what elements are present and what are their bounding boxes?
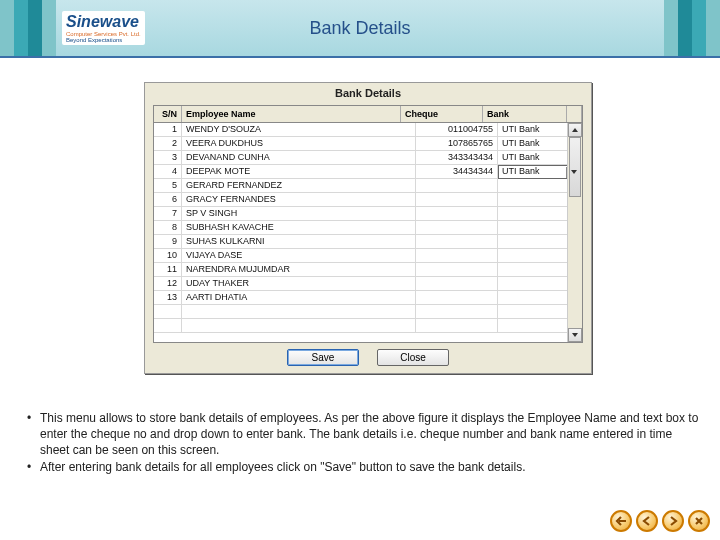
cell-employee-name: DEEPAK MOTE xyxy=(182,165,416,178)
col-header-bank[interactable]: Bank xyxy=(483,106,567,122)
employee-grid: S/N Employee Name Cheque Bank 1WENDY D'S… xyxy=(153,105,583,343)
chevron-down-icon xyxy=(572,333,578,337)
cheque-input[interactable] xyxy=(416,277,498,290)
bullet-icon: • xyxy=(18,410,40,459)
logo-brand: Sinewave xyxy=(66,13,141,31)
note-line-1: This menu allows to store bank details o… xyxy=(40,410,700,459)
cell-sn: 5 xyxy=(154,179,182,192)
chevron-up-icon xyxy=(572,128,578,132)
cell-employee-name: SUHAS KULKARNI xyxy=(182,235,416,248)
cell-sn: 2 xyxy=(154,137,182,150)
header-bar: Sinewave Computer Services Pvt. Ltd. Bey… xyxy=(0,0,720,58)
nav-next-button[interactable] xyxy=(662,510,684,532)
nav-prev-button[interactable] xyxy=(636,510,658,532)
save-button[interactable]: Save xyxy=(287,349,359,366)
table-row[interactable]: 2VEERA DUKDHUS107865765UTI Bank xyxy=(154,137,582,151)
scroll-thumb[interactable] xyxy=(569,137,581,197)
grid-header: S/N Employee Name Cheque Bank xyxy=(154,106,582,123)
grid-body: 1WENDY D'SOUZA011004755UTI Bank2VEERA DU… xyxy=(154,123,582,342)
col-header-name[interactable]: Employee Name xyxy=(182,106,401,122)
slide-nav xyxy=(610,510,710,532)
bank-details-dialog: Bank Details S/N Employee Name Cheque Ba… xyxy=(144,82,592,374)
cell-sn: 10 xyxy=(154,249,182,262)
table-row[interactable]: 1WENDY D'SOUZA011004755UTI Bank xyxy=(154,123,582,137)
cheque-input[interactable]: 107865765 xyxy=(416,137,498,150)
cell-employee-name: SUBHASH KAVACHE xyxy=(182,221,416,234)
table-row[interactable]: 10VIJAYA DASE xyxy=(154,249,582,263)
table-row[interactable]: 7SP V SINGH xyxy=(154,207,582,221)
dialog-title: Bank Details xyxy=(145,83,591,103)
cell-sn: 7 xyxy=(154,207,182,220)
header-stripes-left xyxy=(0,0,56,56)
cell-sn: 3 xyxy=(154,151,182,164)
table-row[interactable]: 5GERARD FERNANDEZ xyxy=(154,179,582,193)
table-row[interactable]: 9SUHAS KULKARNI xyxy=(154,235,582,249)
chevron-down-icon xyxy=(571,170,577,174)
cell-employee-name: UDAY THAKER xyxy=(182,277,416,290)
cell-employee-name: AARTI DHATIA xyxy=(182,291,416,304)
cell-sn: 4 xyxy=(154,165,182,178)
cell-employee-name: GRACY FERNANDES xyxy=(182,193,416,206)
scroll-track[interactable] xyxy=(568,137,582,328)
cell-employee-name: WENDY D'SOUZA xyxy=(182,123,416,136)
cell-sn: 8 xyxy=(154,221,182,234)
cheque-input[interactable] xyxy=(416,291,498,304)
cell-sn: 11 xyxy=(154,263,182,276)
vertical-scrollbar[interactable] xyxy=(567,123,582,342)
cheque-input[interactable]: 011004755 xyxy=(416,123,498,136)
cell-sn: 12 xyxy=(154,277,182,290)
cell-sn: 9 xyxy=(154,235,182,248)
cheque-input[interactable] xyxy=(416,193,498,206)
bullet-icon: • xyxy=(18,459,40,475)
table-row[interactable]: 3DEVANAND CUNHA343343434UTI Bank xyxy=(154,151,582,165)
cheque-input[interactable] xyxy=(416,263,498,276)
col-header-sn[interactable]: S/N xyxy=(154,106,182,122)
cheque-input[interactable]: 34434344 xyxy=(416,165,498,178)
table-row xyxy=(154,319,582,333)
nav-first-button[interactable] xyxy=(610,510,632,532)
table-row xyxy=(154,305,582,319)
cell-sn: 13 xyxy=(154,291,182,304)
table-row[interactable]: 13AARTI DHATIA xyxy=(154,291,582,305)
table-row[interactable]: 6GRACY FERNANDES xyxy=(154,193,582,207)
table-row[interactable]: 4DEEPAK MOTE34434344UTI Bank xyxy=(154,165,582,179)
cell-employee-name: GERARD FERNANDEZ xyxy=(182,179,416,192)
table-row[interactable]: 12UDAY THAKER xyxy=(154,277,582,291)
cheque-input[interactable] xyxy=(416,179,498,192)
cell-sn: 1 xyxy=(154,123,182,136)
cheque-input[interactable] xyxy=(416,235,498,248)
nav-close-button[interactable] xyxy=(688,510,710,532)
cell-employee-name: DEVANAND CUNHA xyxy=(182,151,416,164)
header-stripes-right xyxy=(664,0,720,56)
close-button[interactable]: Close xyxy=(377,349,449,366)
table-row[interactable]: 8SUBHASH KAVACHE xyxy=(154,221,582,235)
cheque-input[interactable] xyxy=(416,221,498,234)
col-header-cheque[interactable]: Cheque xyxy=(401,106,483,122)
cheque-input[interactable] xyxy=(416,207,498,220)
logo: Sinewave Computer Services Pvt. Ltd. Bey… xyxy=(62,11,145,45)
cheque-input[interactable] xyxy=(416,249,498,262)
logo-tagline: Beyond Expectations xyxy=(66,37,141,43)
scroll-down-button[interactable] xyxy=(568,328,582,342)
slide-notes: •This menu allows to store bank details … xyxy=(18,410,700,475)
scroll-up-button[interactable] xyxy=(568,123,582,137)
cell-employee-name: SP V SINGH xyxy=(182,207,416,220)
dialog-button-row: Save Close xyxy=(145,343,591,366)
cheque-input[interactable]: 343343434 xyxy=(416,151,498,164)
cell-employee-name: VEERA DUKDHUS xyxy=(182,137,416,150)
cell-employee-name: VIJAYA DASE xyxy=(182,249,416,262)
cell-employee-name: NARENDRA MUJUMDAR xyxy=(182,263,416,276)
col-header-scroll xyxy=(567,106,582,122)
cell-sn: 6 xyxy=(154,193,182,206)
note-line-2: After entering bank details for all empl… xyxy=(40,459,700,475)
table-row[interactable]: 11NARENDRA MUJUMDAR xyxy=(154,263,582,277)
